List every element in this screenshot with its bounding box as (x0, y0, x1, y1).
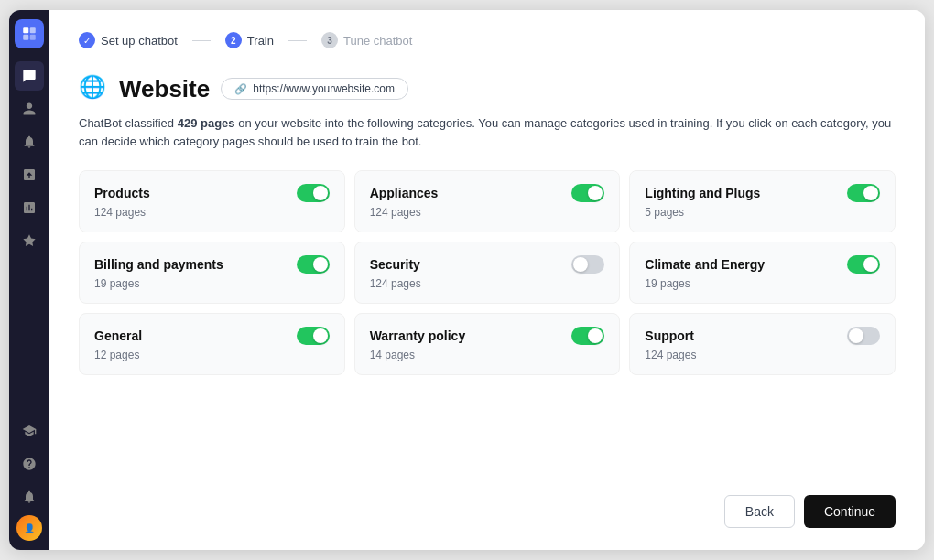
avatar[interactable]: 👤 (16, 515, 42, 541)
page-title: Website (119, 75, 210, 103)
toggle-knob-climate (863, 257, 878, 272)
category-name-security: Security (370, 257, 420, 272)
category-grid: Products124 pagesAppliances124 pagesLigh… (79, 170, 896, 375)
category-card-security[interactable]: Security124 pages (354, 242, 621, 304)
category-card-general[interactable]: General12 pages (79, 313, 345, 375)
category-card-appliances[interactable]: Appliances124 pages (354, 170, 621, 232)
sidebar-item-help[interactable] (15, 449, 44, 479)
category-card-products[interactable]: Products124 pages (79, 170, 345, 232)
toggle-support[interactable] (847, 327, 880, 345)
toggle-knob-products (313, 186, 328, 200)
category-pages-general: 12 pages (94, 349, 330, 361)
category-card-support[interactable]: Support124 pages (629, 313, 896, 375)
toggle-products[interactable] (297, 184, 330, 202)
sidebar: 👤 (9, 10, 49, 550)
sidebar-item-notifications[interactable] (15, 127, 44, 156)
category-name-general: General (94, 328, 142, 343)
svg-rect-0 (23, 27, 28, 33)
page-heading: 🌐 Website 🔗 https://www.yourwebsite.com (79, 74, 896, 103)
step-setup: ✓ Set up chatbot (79, 32, 178, 48)
step-separator-1 (192, 40, 211, 41)
toggle-security[interactable] (571, 255, 604, 274)
category-pages-appliances: 124 pages (370, 206, 605, 219)
toggle-knob-support (849, 328, 863, 343)
step-train-label: Train (247, 34, 274, 48)
url-text: https://www.yourwebsite.com (253, 82, 395, 95)
toggle-appliances[interactable] (571, 184, 604, 202)
category-header-support: Support (645, 327, 880, 345)
category-name-warranty: Warranty policy (370, 328, 466, 343)
step-tune-num: 3 (321, 32, 338, 48)
category-header-billing: Billing and payments (94, 255, 330, 274)
app-wrapper: 👤 ✓ Set up chatbot 2 Train 3 Tune chatbo… (9, 10, 925, 550)
desc-bold: 429 pages (178, 116, 235, 130)
category-header-lighting: Lighting and Plugs (645, 184, 880, 202)
category-card-warranty[interactable]: Warranty policy14 pages (354, 313, 621, 375)
sidebar-item-graduation[interactable] (15, 416, 44, 446)
sidebar-item-inbox[interactable] (15, 160, 44, 189)
link-icon: 🔗 (234, 83, 247, 95)
back-button[interactable]: Back (724, 495, 795, 528)
category-name-billing: Billing and payments (94, 257, 223, 272)
category-pages-billing: 19 pages (94, 277, 330, 290)
toggle-knob-warranty (588, 328, 603, 343)
toggle-knob-security (573, 257, 588, 272)
toggle-warranty[interactable] (571, 327, 604, 345)
step-setup-label: Set up chatbot (101, 34, 178, 48)
toggle-billing[interactable] (297, 255, 330, 274)
footer: Back Continue (724, 495, 896, 528)
category-header-security: Security (370, 255, 605, 274)
step-tune-label: Tune chatbot (343, 34, 412, 48)
step-tune: 3 Tune chatbot (321, 32, 412, 48)
toggle-climate[interactable] (847, 255, 880, 274)
category-name-lighting: Lighting and Plugs (645, 186, 760, 200)
toggle-knob-lighting (863, 186, 878, 200)
sidebar-item-star[interactable] (15, 226, 44, 255)
category-pages-warranty: 14 pages (370, 349, 605, 361)
category-pages-products: 124 pages (94, 206, 330, 219)
globe-icon: 🌐 (79, 74, 108, 103)
url-badge[interactable]: 🔗 https://www.yourwebsite.com (221, 78, 408, 100)
svg-rect-3 (30, 35, 36, 40)
sidebar-item-users[interactable] (15, 94, 44, 124)
sidebar-item-analytics[interactable] (15, 193, 44, 222)
description: ChatBot classified 429 pages on your web… (79, 114, 896, 150)
category-card-lighting[interactable]: Lighting and Plugs5 pages (629, 170, 896, 232)
category-header-climate: Climate and Energy (645, 255, 880, 274)
svg-rect-2 (23, 35, 28, 40)
category-name-appliances: Appliances (370, 186, 439, 200)
toggle-knob-billing (313, 257, 328, 272)
category-header-general: General (94, 327, 330, 345)
main-content: ✓ Set up chatbot 2 Train 3 Tune chatbot … (49, 10, 925, 550)
sidebar-logo[interactable] (15, 19, 44, 48)
step-train: 2 Train (225, 32, 274, 48)
category-pages-security: 124 pages (370, 277, 605, 290)
step-separator-2 (288, 40, 307, 41)
category-name-support: Support (645, 328, 694, 343)
category-name-products: Products (94, 186, 150, 200)
toggle-general[interactable] (297, 327, 330, 345)
category-card-billing[interactable]: Billing and payments19 pages (79, 242, 345, 304)
category-header-warranty: Warranty policy (370, 327, 605, 345)
stepper: ✓ Set up chatbot 2 Train 3 Tune chatbot (79, 32, 896, 48)
category-card-climate[interactable]: Climate and Energy19 pages (629, 242, 896, 304)
continue-button[interactable]: Continue (804, 495, 896, 528)
category-pages-support: 124 pages (645, 349, 880, 361)
toggle-knob-general (313, 328, 328, 343)
desc-pre: ChatBot classified (79, 116, 178, 130)
step-check-icon: ✓ (79, 32, 95, 48)
toggle-knob-appliances (588, 186, 603, 200)
svg-rect-1 (30, 27, 36, 33)
category-name-climate: Climate and Energy (645, 257, 765, 272)
sidebar-item-bell-bottom[interactable] (15, 482, 44, 512)
step-train-num: 2 (225, 32, 242, 48)
category-pages-lighting: 5 pages (645, 206, 880, 219)
category-header-products: Products (94, 184, 330, 202)
toggle-lighting[interactable] (847, 184, 880, 202)
category-pages-climate: 19 pages (645, 277, 880, 290)
category-header-appliances: Appliances (370, 184, 605, 202)
sidebar-item-chat[interactable] (15, 61, 44, 91)
